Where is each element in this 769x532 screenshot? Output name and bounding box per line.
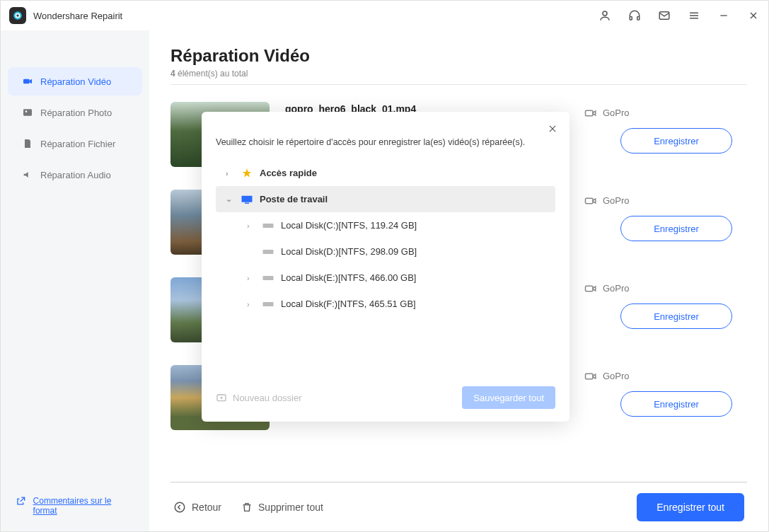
chevron-right-icon: › (247, 274, 255, 282)
tree-quick-access[interactable]: › Accès rapide (216, 160, 555, 186)
tree-drive[interactable]: › Local Disk(D:)[NTFS, 298.09 GB] (216, 238, 555, 265)
chevron-right-icon: › (226, 169, 234, 178)
chevron-down-icon: ⌄ (226, 195, 234, 204)
tree-workstation[interactable]: ⌄ Poste de travail (216, 186, 555, 212)
computer-icon (240, 192, 254, 207)
modal-instruction: Veuillez choisir le répertoire d'accès p… (216, 137, 555, 147)
save-directory-modal: Veuillez choisir le répertoire d'accès p… (202, 112, 569, 422)
star-icon (240, 166, 254, 180)
close-icon (548, 124, 557, 134)
tree-drive[interactable]: › Local Disk(F:)[NTFS, 465.51 GB] (216, 291, 555, 317)
svg-rect-25 (263, 224, 274, 228)
folder-plus-icon (216, 392, 227, 403)
modal-close-button[interactable] (545, 122, 560, 136)
modal-save-button[interactable]: Sauvegarder tout (462, 386, 555, 409)
svg-rect-26 (263, 250, 274, 254)
svg-rect-28 (263, 302, 274, 306)
new-folder-button[interactable]: Nouveau dossier (216, 392, 302, 403)
chevron-right-icon: › (247, 221, 255, 230)
drive-icon (261, 297, 275, 311)
drive-icon (261, 271, 275, 285)
drive-icon (261, 245, 275, 259)
drive-icon (261, 219, 275, 233)
modal-overlay: Veuillez choisir le répertoire d'accès p… (0, 0, 769, 532)
directory-tree: › Accès rapide ⌄ Poste de travail › Loca… (216, 160, 555, 317)
svg-rect-23 (242, 195, 253, 202)
svg-rect-24 (245, 202, 249, 204)
tree-drive[interactable]: › Local Disk(C:)[NTFS, 119.24 GB] (216, 212, 555, 238)
svg-rect-27 (263, 276, 274, 280)
tree-drive[interactable]: › Local Disk(E:)[NTFS, 466.00 GB] (216, 265, 555, 291)
chevron-right-icon: › (247, 300, 255, 308)
